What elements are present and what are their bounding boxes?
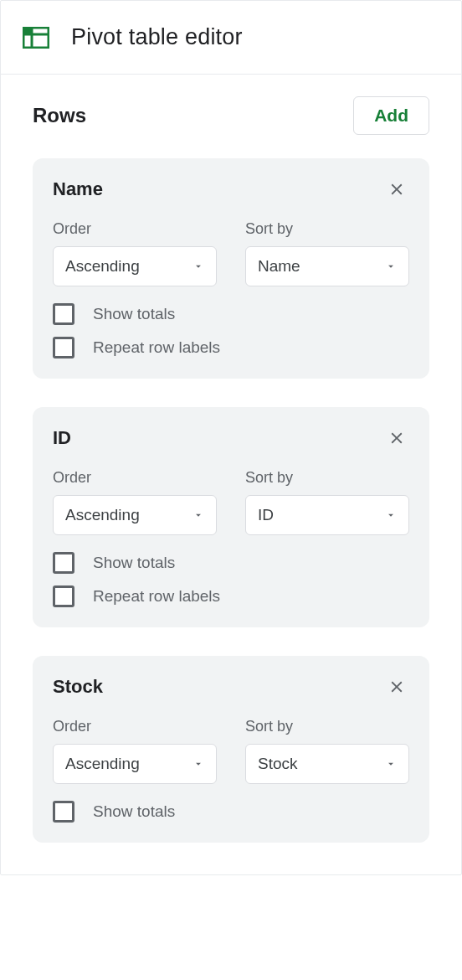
show-totals-checkbox[interactable] bbox=[53, 552, 74, 574]
show-totals-label: Show totals bbox=[93, 802, 175, 821]
card-head: Name bbox=[53, 177, 409, 202]
caret-down-icon bbox=[192, 260, 204, 272]
show-totals-row: Show totals bbox=[53, 801, 409, 823]
svg-rect-3 bbox=[23, 28, 32, 34]
remove-row-button[interactable] bbox=[384, 177, 409, 202]
sortby-select[interactable]: ID bbox=[245, 495, 409, 535]
card-head: ID bbox=[53, 426, 409, 451]
caret-down-icon bbox=[385, 260, 397, 272]
pivot-editor-panel: Pivot table editor Rows Add Name Order A… bbox=[0, 0, 462, 875]
order-select-value: Ascending bbox=[65, 506, 140, 524]
sortby-label: Sort by bbox=[245, 469, 409, 487]
sortby-label: Sort by bbox=[245, 718, 409, 735]
row-config-card: ID Order Ascending Sort by I bbox=[33, 407, 429, 627]
rows-section-title: Rows bbox=[33, 104, 86, 127]
order-select-value: Ascending bbox=[65, 257, 140, 276]
rows-section: Rows Add Name Order Ascending bbox=[1, 75, 461, 874]
row-config-card: Name Order Ascending Sort by bbox=[33, 158, 429, 379]
card-title: ID bbox=[53, 427, 71, 449]
card-title: Name bbox=[53, 178, 103, 200]
card-title: Stock bbox=[53, 676, 103, 698]
show-totals-checkbox[interactable] bbox=[53, 801, 74, 823]
order-label: Order bbox=[53, 220, 217, 238]
repeat-labels-checkbox[interactable] bbox=[53, 585, 74, 607]
controls-row: Order Ascending Sort by ID bbox=[53, 469, 409, 535]
sortby-control: Sort by Stock bbox=[245, 718, 409, 784]
order-select[interactable]: Ascending bbox=[53, 246, 217, 286]
add-row-button[interactable]: Add bbox=[353, 96, 429, 135]
order-select-value: Ascending bbox=[65, 755, 140, 773]
controls-row: Order Ascending Sort by Name bbox=[53, 220, 409, 286]
repeat-labels-label: Repeat row labels bbox=[93, 587, 220, 606]
sortby-control: Sort by ID bbox=[245, 469, 409, 535]
show-totals-label: Show totals bbox=[93, 554, 175, 572]
order-label: Order bbox=[53, 469, 217, 487]
caret-down-icon bbox=[192, 509, 204, 521]
sortby-label: Sort by bbox=[245, 220, 409, 238]
order-label: Order bbox=[53, 718, 217, 735]
caret-down-icon bbox=[385, 509, 397, 521]
close-icon bbox=[388, 678, 406, 696]
order-select[interactable]: Ascending bbox=[53, 495, 217, 535]
sortby-select-value: Name bbox=[258, 257, 300, 276]
close-icon bbox=[388, 429, 406, 447]
order-control: Order Ascending bbox=[53, 220, 217, 286]
rows-section-head: Rows Add bbox=[33, 96, 429, 135]
order-select[interactable]: Ascending bbox=[53, 744, 217, 784]
caret-down-icon bbox=[385, 758, 397, 770]
pivot-table-icon bbox=[23, 27, 49, 49]
show-totals-row: Show totals bbox=[53, 303, 409, 325]
show-totals-row: Show totals bbox=[53, 552, 409, 574]
row-config-card: Stock Order Ascending Sort by bbox=[33, 656, 429, 843]
show-totals-checkbox[interactable] bbox=[53, 303, 74, 325]
repeat-labels-label: Repeat row labels bbox=[93, 338, 220, 357]
sortby-select-value: ID bbox=[258, 506, 274, 524]
panel-header: Pivot table editor bbox=[1, 1, 461, 75]
order-control: Order Ascending bbox=[53, 718, 217, 784]
show-totals-label: Show totals bbox=[93, 305, 175, 323]
controls-row: Order Ascending Sort by Stock bbox=[53, 718, 409, 784]
repeat-labels-checkbox[interactable] bbox=[53, 337, 74, 358]
sortby-select-value: Stock bbox=[258, 755, 298, 773]
card-head: Stock bbox=[53, 674, 409, 699]
sortby-control: Sort by Name bbox=[245, 220, 409, 286]
remove-row-button[interactable] bbox=[384, 674, 409, 699]
caret-down-icon bbox=[192, 758, 204, 770]
remove-row-button[interactable] bbox=[384, 426, 409, 451]
order-control: Order Ascending bbox=[53, 469, 217, 535]
close-icon bbox=[388, 180, 406, 199]
repeat-labels-row: Repeat row labels bbox=[53, 337, 409, 358]
sortby-select[interactable]: Name bbox=[245, 246, 409, 286]
repeat-labels-row: Repeat row labels bbox=[53, 585, 409, 607]
panel-title: Pivot table editor bbox=[71, 24, 243, 50]
sortby-select[interactable]: Stock bbox=[245, 744, 409, 784]
